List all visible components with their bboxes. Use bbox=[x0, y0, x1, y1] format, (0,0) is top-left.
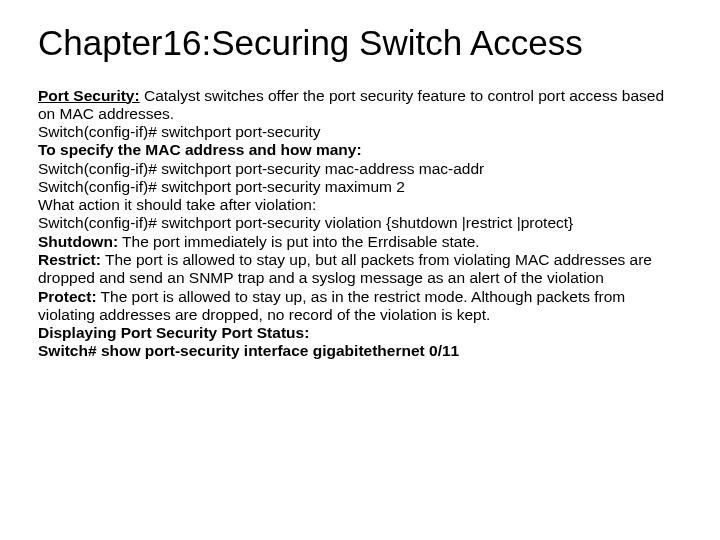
line-specify-heading: To specify the MAC address and how many: bbox=[38, 141, 682, 159]
line-violation-heading: What action it should take after violati… bbox=[38, 196, 682, 214]
line-restrict: Restrict: The port is allowed to stay up… bbox=[38, 251, 682, 288]
line-cmd-violation: Switch(config-if)# switchport port-secur… bbox=[38, 214, 682, 232]
slide-title: Chapter16:Securing Switch Access bbox=[38, 24, 682, 63]
line-port-security: Port Security: Catalyst switches offer t… bbox=[38, 87, 682, 124]
label-shutdown: Shutdown: bbox=[38, 233, 118, 250]
label-port-security: Port Security: bbox=[38, 87, 140, 104]
text-shutdown: The port immediately is put into the Err… bbox=[118, 233, 480, 250]
line-cmd-maximum: Switch(config-if)# switchport port-secur… bbox=[38, 178, 682, 196]
line-cmd-show: Switch# show port-security interface gig… bbox=[38, 342, 682, 360]
label-restrict: Restrict: bbox=[38, 251, 101, 268]
label-protect: Protect: bbox=[38, 288, 97, 305]
line-protect: Protect: The port is allowed to stay up,… bbox=[38, 288, 682, 325]
slide-body: Port Security: Catalyst switches offer t… bbox=[38, 87, 682, 361]
line-cmd-macaddr: Switch(config-if)# switchport port-secur… bbox=[38, 160, 682, 178]
line-cmd-enable: Switch(config-if)# switchport port-secur… bbox=[38, 123, 682, 141]
text-protect: The port is allowed to stay up, as in th… bbox=[38, 288, 625, 323]
slide: Chapter16:Securing Switch Access Port Se… bbox=[0, 0, 720, 540]
text-restrict: The port is allowed to stay up, but all … bbox=[38, 251, 652, 286]
line-shutdown: Shutdown: The port immediately is put in… bbox=[38, 233, 682, 251]
line-display-heading: Displaying Port Security Port Status: bbox=[38, 324, 682, 342]
